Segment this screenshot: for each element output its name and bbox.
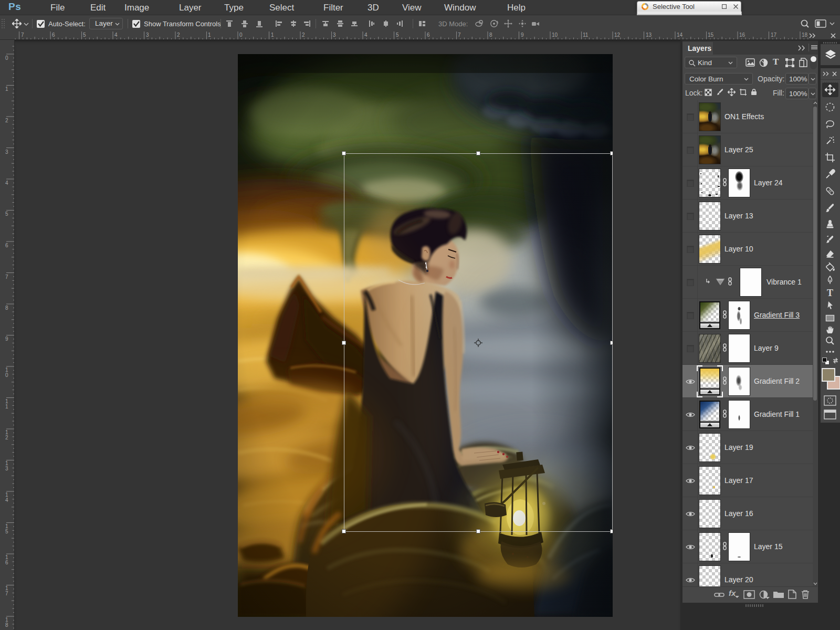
svg-text:T: T [827, 288, 833, 298]
